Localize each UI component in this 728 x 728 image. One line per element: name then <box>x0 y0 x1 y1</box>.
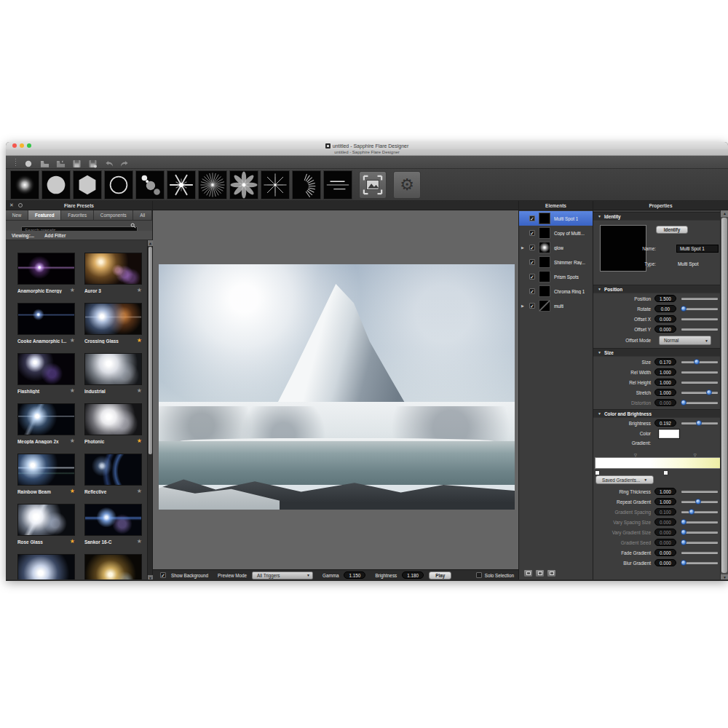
preview-image[interactable] <box>159 264 515 510</box>
parameter-slider[interactable] <box>681 562 718 564</box>
slider-handle[interactable] <box>696 420 702 426</box>
favorite-star-icon[interactable]: ★ <box>70 338 75 344</box>
parameter-value-field[interactable]: 0.192 <box>654 419 676 427</box>
parameter-value-field[interactable]: 0.000 <box>654 518 676 526</box>
flare-tool-arc-fan[interactable] <box>292 170 321 199</box>
element-visibility-checkbox[interactable]: ✓ <box>529 274 535 280</box>
collapse-triangle-icon[interactable]: ▼ <box>598 411 601 416</box>
flare-tool-ring[interactable] <box>104 170 133 199</box>
expand-triangle-icon[interactable]: ▶ <box>521 304 524 308</box>
favorite-star-icon[interactable]: ★ <box>137 488 142 494</box>
element-row[interactable]: ✓Shimmer Ray... <box>519 255 593 269</box>
slider-handle[interactable] <box>681 306 687 312</box>
tab-featured[interactable]: Featured <box>28 210 61 221</box>
element-visibility-checkbox[interactable]: ✓ <box>529 288 535 294</box>
parameter-value-field[interactable]: 1.000 <box>654 379 676 386</box>
slider-handle[interactable] <box>694 359 700 365</box>
favorite-star-icon[interactable]: ★ <box>70 539 75 545</box>
undo-icon[interactable] <box>104 158 114 167</box>
save-as-icon[interactable] <box>88 158 98 167</box>
flare-tool-multi-spot[interactable] <box>135 170 165 199</box>
presets-scrollbar[interactable]: ▲ ▼ <box>147 240 152 581</box>
preset-thumbnail[interactable] <box>84 353 142 385</box>
show-background-checkbox[interactable]: ✓ <box>160 572 166 578</box>
parameter-value-field[interactable]: 0.000 <box>654 529 676 536</box>
properties-scroll-thumb[interactable] <box>721 218 727 573</box>
triggers-dropdown[interactable]: All Triggers ▼ <box>252 571 313 579</box>
flare-tool-streaks[interactable] <box>323 170 352 199</box>
parameter-slider[interactable] <box>681 371 718 373</box>
section-header-color[interactable]: ▼ Color and Brightness <box>593 409 720 418</box>
preset-item[interactable]: Flashlight★ <box>17 353 75 395</box>
flare-tool-glow[interactable] <box>10 170 39 199</box>
parameter-value-field[interactable]: 0.170 <box>654 358 676 365</box>
favorite-star-icon[interactable]: ★ <box>70 288 75 293</box>
parameter-value-field[interactable]: 0.000 <box>654 315 676 323</box>
tab-components[interactable]: Components <box>94 210 133 221</box>
scroll-up-icon[interactable]: ▲ <box>721 210 728 217</box>
preset-thumbnail[interactable] <box>17 303 75 335</box>
element-visibility-checkbox[interactable]: ✓ <box>529 230 535 236</box>
preset-thumbnail[interactable] <box>17 353 75 385</box>
element-row[interactable]: ✓Prism Spots <box>519 269 593 284</box>
name-field[interactable]: Multi Spot 1 <box>676 245 719 253</box>
parameter-slider[interactable] <box>681 521 718 523</box>
parameter-slider[interactable] <box>681 542 718 544</box>
preset-thumbnail[interactable] <box>84 504 142 536</box>
parameter-slider[interactable] <box>681 402 718 404</box>
flare-tool-thin-star[interactable] <box>261 170 290 199</box>
import-icon[interactable] <box>56 158 66 167</box>
element-visibility-checkbox[interactable]: ✓ <box>529 303 535 309</box>
favorite-star-icon[interactable]: ★ <box>70 488 75 494</box>
open-icon[interactable] <box>40 158 50 167</box>
element-row[interactable]: ✓Chroma Ring 1 <box>519 284 593 298</box>
toolbar-grip[interactable] <box>15 158 17 167</box>
save-icon[interactable] <box>72 158 82 167</box>
preset-item[interactable]: Rainbow Beam★ <box>17 454 75 495</box>
viewing-label[interactable]: Viewing:... <box>12 233 34 238</box>
slider-handle[interactable] <box>681 400 687 405</box>
parameter-value-field[interactable]: 0.000 <box>654 559 676 566</box>
element-visibility-checkbox[interactable]: ✓ <box>529 215 535 221</box>
preset-item[interactable] <box>84 554 142 579</box>
background-image-button[interactable] <box>359 171 387 199</box>
presets-scroll-thumb[interactable] <box>149 247 152 454</box>
color-swatch[interactable] <box>659 430 679 438</box>
title-bar[interactable]: untitled - Sapphire Flare Designer <box>6 142 728 149</box>
presets-panel-header[interactable]: ✕ Flare Presets <box>6 201 152 210</box>
redo-icon[interactable] <box>120 158 130 167</box>
flare-tool-hexagon[interactable] <box>73 170 102 199</box>
expand-triangle-icon[interactable]: ▶ <box>521 245 524 250</box>
favorite-star-icon[interactable]: ★ <box>70 388 75 394</box>
preset-item[interactable]: Industrial★ <box>84 353 142 395</box>
parameter-slider[interactable] <box>681 531 718 534</box>
preset-item[interactable]: Photonic★ <box>84 403 142 445</box>
offset-mode-dropdown[interactable]: Normal ▼ <box>659 336 711 345</box>
section-header-identity[interactable]: ▼ Identity <box>593 212 720 221</box>
preset-item[interactable]: Sankor 16-C★ <box>84 504 142 545</box>
element-visibility-checkbox[interactable]: ✓ <box>529 259 535 265</box>
close-window-button[interactable] <box>12 143 17 148</box>
parameter-value-field[interactable]: 0.00 <box>654 305 676 312</box>
settings-gear-button[interactable]: ⚙ <box>393 171 421 199</box>
panel-dock-icon[interactable] <box>18 203 23 207</box>
preset-thumbnail[interactable] <box>84 253 142 285</box>
favorite-star-icon[interactable]: ★ <box>70 438 75 444</box>
favorite-star-icon[interactable]: ★ <box>137 539 142 545</box>
preset-thumbnail[interactable] <box>84 303 142 335</box>
minimize-window-button[interactable] <box>20 143 24 148</box>
preset-thumbnail[interactable] <box>17 504 75 536</box>
parameter-slider[interactable] <box>681 501 718 503</box>
gradient-stop-handle[interactable] <box>663 470 668 475</box>
brightness-value-field[interactable]: 1.180 <box>402 571 424 579</box>
parameter-value-field[interactable]: 0.000 <box>654 325 676 333</box>
tab-new[interactable]: New <box>6 210 28 221</box>
parameter-value-field[interactable]: 0.000 <box>654 399 676 406</box>
preset-thumbnail[interactable] <box>17 253 75 285</box>
flare-tool-burst[interactable] <box>198 170 227 199</box>
properties-scrollbar[interactable]: ▲ ▼ <box>720 210 728 581</box>
parameter-slider[interactable] <box>681 308 718 310</box>
play-button[interactable]: Play <box>429 571 451 579</box>
element-visibility-checkbox[interactable]: ✓ <box>529 245 535 250</box>
parameter-slider[interactable] <box>681 392 718 394</box>
